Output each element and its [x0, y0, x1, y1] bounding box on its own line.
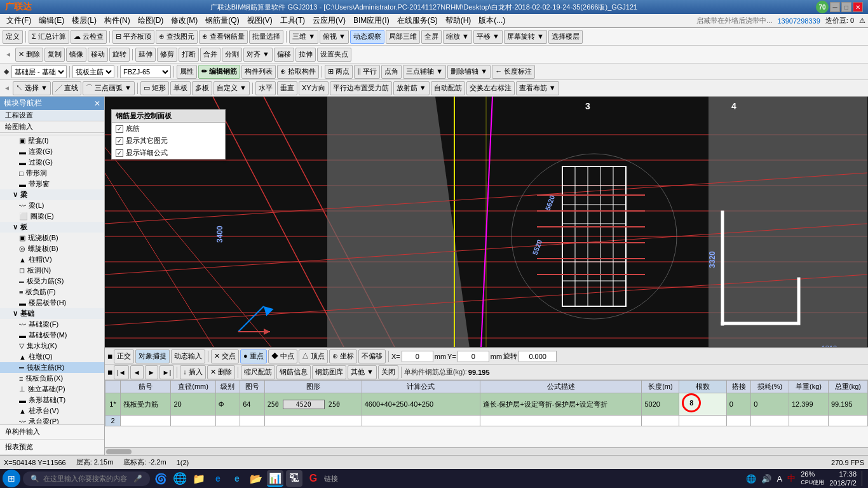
menu-modify[interactable]: 修改(M) — [167, 14, 201, 27]
menu-version[interactable]: 版本(...) — [475, 14, 509, 27]
btn-screen-rotate[interactable]: 屏幕旋转 ▼ — [504, 30, 547, 44]
taskbar-icon-folder[interactable]: 📁 — [191, 470, 207, 487]
sidebar-item-jichu-group[interactable]: ∨ 基础 — [0, 308, 104, 319]
btn-nav-next[interactable]: ► — [145, 365, 158, 379]
btn-trim[interactable]: 修剪 — [157, 48, 177, 62]
btn-local-3d[interactable]: 局部三维 — [386, 30, 420, 44]
btn-rebar-library[interactable]: 钢筋图库 — [312, 365, 346, 379]
sidebar-item-chengtailiang[interactable]: 〰 承台梁(P) — [0, 416, 104, 424]
taskbar-icon-app1[interactable]: 📊 — [267, 470, 283, 487]
btn-arc[interactable]: ⌒ 三点画弧 ▼ — [83, 81, 135, 95]
btn-radial-rebar[interactable]: 放射筋 ▼ — [393, 81, 430, 95]
sidebar-item-lianliang[interactable]: ▬ 连梁(G) — [0, 146, 104, 157]
canvas-wrap[interactable]: 3 4 3400 3320 1200 5520 — [105, 97, 868, 347]
btn-rotate[interactable]: 旋转 — [109, 48, 130, 62]
btn-copy[interactable]: 复制 — [44, 48, 65, 62]
btn-break[interactable]: 打断 — [179, 48, 199, 62]
sidebar-item-dulijíchu[interactable]: ⊥ 独立基础(P) — [0, 384, 104, 395]
btn-split[interactable]: 分割 — [222, 48, 242, 62]
btn-fullscreen[interactable]: 全屏 — [421, 30, 442, 44]
btn-stretch[interactable]: 拉伸 — [295, 48, 316, 62]
menu-cloud[interactable]: 云应用(V) — [309, 14, 349, 27]
btn-exchange-mark[interactable]: 交换左右标注 — [466, 81, 515, 95]
taskbar-icon-g[interactable]: G — [305, 470, 322, 487]
sidebar-item-bicao[interactable]: ▣ 壁龛(I) — [0, 135, 104, 146]
btn-insert-rebar[interactable]: ↓ 插入 — [180, 365, 206, 379]
btn-extend[interactable]: 延伸 — [135, 48, 156, 62]
btn-merge[interactable]: 合并 — [200, 48, 220, 62]
btn-multi-board[interactable]: 多板 — [192, 81, 212, 95]
btn-del-axis[interactable]: 删除辅轴 ▼ — [447, 65, 491, 79]
btn-other[interactable]: 其他 ▼ — [348, 365, 377, 379]
btn-snap[interactable]: 对象捕捉 — [135, 349, 170, 363]
sidebar-item-ban-group[interactable]: ∨ 板 — [0, 222, 104, 233]
btn-select-floor[interactable]: 选择楼层 — [548, 30, 583, 44]
btn-coord[interactable]: ⊕ 坐标 — [329, 349, 357, 363]
sidebar-item-liang-group[interactable]: ∨ 梁 — [0, 189, 104, 200]
btn-set-grip[interactable]: 设置夹点 — [317, 48, 351, 62]
btn-midpoint[interactable]: ◆ 中点 — [268, 349, 297, 363]
sidebar-item-loubandai[interactable]: ▬ 楼层板带(H) — [0, 297, 104, 308]
btn-dynamic-view[interactable]: 动态观察 — [350, 30, 384, 44]
sidebar-btn-single-component[interactable]: 单构件输入 — [0, 424, 104, 440]
btn-select[interactable]: ↖ 选择 ▼ — [13, 81, 51, 95]
btn-nav-last[interactable]: ►| — [159, 365, 175, 379]
btn-delete-rebar[interactable]: ✕ 删除 — [207, 365, 235, 379]
sidebar-item-faban-fujin[interactable]: ≡ 筏板负筋(X) — [0, 373, 104, 384]
btn-xy-dir[interactable]: XY方向 — [299, 81, 329, 95]
btn-parallel-rebar[interactable]: 平行边布置受力筋 — [330, 81, 392, 95]
menu-bim[interactable]: BIM应用(I) — [349, 14, 393, 27]
btn-intersection[interactable]: ✕ 交点 — [211, 349, 239, 363]
sidebar-item-liang[interactable]: 〰 梁(L) — [0, 200, 104, 211]
btn-three-point-axis[interactable]: 三点辅轴 ▼ — [403, 65, 446, 79]
sidebar-item-guoliang[interactable]: ▬ 过梁(G) — [0, 157, 104, 168]
btn-nav-first[interactable]: |◄ — [114, 365, 129, 379]
sidebar-item-ban-shoulijijin[interactable]: ═ 板受力筋(S) — [0, 276, 104, 287]
sidebar-item-ban-fujin[interactable]: ≡ 板负筋(F) — [0, 287, 104, 297]
checkbox-show-formula[interactable]: ✓ — [116, 149, 123, 157]
y-input[interactable] — [458, 351, 489, 362]
btn-3d[interactable]: 三维 ▼ — [289, 30, 318, 44]
sidebar-item-luoxuan-ban[interactable]: ◎ 螺旋板(B) — [0, 243, 104, 254]
maximize-button[interactable]: □ — [841, 2, 851, 12]
btn-find-elem[interactable]: ⊕ 查找图元 — [156, 30, 198, 44]
menu-tools[interactable]: 工具(T) — [276, 14, 309, 27]
taskbar-icon-edge[interactable]: e — [210, 470, 226, 487]
sidebar-item-project-setup[interactable]: 工程设置 — [0, 110, 104, 121]
btn-length-mark[interactable]: ← 长度标注 — [492, 65, 535, 79]
btn-no-offset[interactable]: 不偏移 — [358, 349, 386, 363]
btn-view-rebar-layout[interactable]: 查看布筋 ▼ — [516, 81, 559, 95]
start-button[interactable]: ⊞ — [3, 470, 20, 487]
sidebar-item-zhudun[interactable]: ▲ 柱墩(Q) — [0, 351, 104, 362]
sidebar-item-bandong[interactable]: ◻ 板洞(N) — [0, 265, 104, 276]
menu-rebar-qty[interactable]: 钢筋量(Q) — [201, 14, 243, 27]
btn-pan[interactable]: 平移 ▼ — [473, 30, 503, 44]
sidebar-btn-report[interactable]: 报表预览 — [0, 440, 104, 455]
menu-draw[interactable]: 绘图(D) — [134, 14, 168, 27]
btn-flatten[interactable]: ⊟ 平齐板顶 — [112, 30, 154, 44]
btn-rect[interactable]: ▭ 矩形 — [140, 81, 169, 95]
minimize-button[interactable]: ─ — [830, 2, 840, 12]
btn-cloud-check[interactable]: ☁ 云检查 — [71, 30, 107, 44]
btn-batch-select[interactable]: 批量选择 — [249, 30, 283, 44]
btn-delete[interactable]: ✕ 删除 — [15, 48, 43, 62]
sidebar-item-jichuliang[interactable]: 〰 基础梁(F) — [0, 319, 104, 330]
menu-component[interactable]: 构件(N) — [100, 14, 134, 27]
btn-custom[interactable]: 自定义 ▼ — [214, 81, 250, 95]
taskbar-icon-ie[interactable]: 🌐 — [172, 470, 188, 487]
btn-property[interactable]: 属性 — [177, 65, 197, 79]
btn-view-rebar[interactable]: ⊕ 查看钢筋量 — [199, 30, 248, 44]
horizontal-scrollbar[interactable] — [105, 447, 868, 455]
btn-top-view[interactable]: 俯视 ▼ — [320, 30, 349, 44]
btn-mirror[interactable]: 镜像 — [66, 48, 86, 62]
checkbox-dijin[interactable]: ✓ — [116, 125, 123, 133]
menu-view[interactable]: 视图(V) — [243, 14, 276, 27]
show-desktop-btn[interactable] — [862, 471, 865, 486]
menu-edit[interactable]: 编辑(E) — [35, 14, 68, 27]
menu-file[interactable]: 文件(F) — [3, 14, 35, 27]
btn-endpoint[interactable]: ● 重点 — [240, 349, 267, 363]
btn-zoom[interactable]: 缩放 ▼ — [443, 30, 472, 44]
taskbar-icon-cortana[interactable]: 🌀 — [153, 470, 169, 487]
table-row-empty[interactable]: 2 — [105, 416, 868, 426]
rebar-type-select[interactable]: 筏板主筋 — [72, 65, 114, 78]
